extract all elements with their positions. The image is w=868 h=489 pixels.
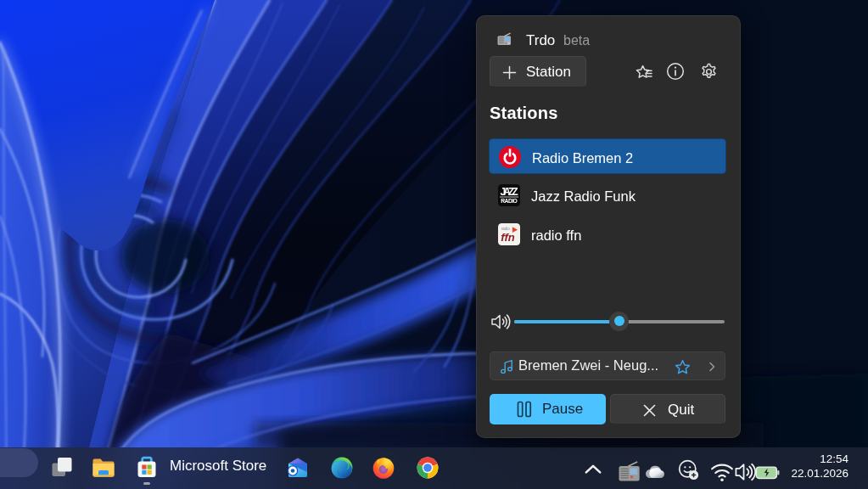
svg-text:ffn: ffn bbox=[501, 231, 514, 244]
svg-text:RADIO: RADIO bbox=[501, 198, 517, 204]
svg-text:JAZZ: JAZZ bbox=[500, 186, 518, 198]
